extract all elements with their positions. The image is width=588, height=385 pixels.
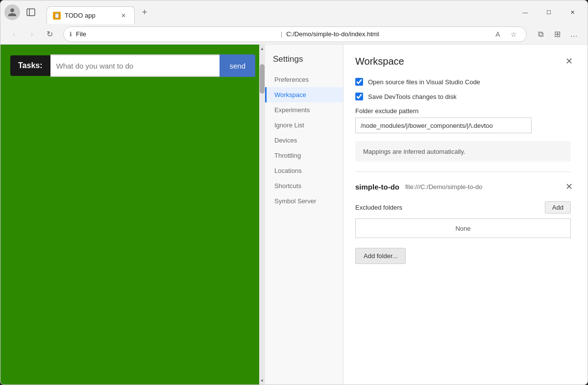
excluded-folders-label: Excluded folders: [355, 204, 402, 211]
scroll-up-button[interactable]: ▲: [259, 46, 265, 51]
forward-button: ›: [24, 26, 40, 42]
title-bar: 📋 TODO app ✕ + — ☐ ✕: [0, 0, 588, 24]
tasks-label: Tasks:: [10, 55, 50, 76]
favorite-button[interactable]: ☆: [507, 27, 520, 41]
checkbox-row-2: Save DevTools changes to disk: [355, 93, 576, 100]
none-label: None: [455, 225, 470, 232]
svg-rect-0: [27, 9, 35, 16]
user-icon: [7, 7, 17, 17]
nav-bar: ‹ › ↻ ℹ File | C:/Demo/simple-to-do/inde…: [0, 24, 588, 45]
folder-exclude-input[interactable]: [355, 118, 532, 133]
active-tab[interactable]: 📋 TODO app ✕: [47, 6, 135, 24]
sidebar-item-locations[interactable]: Locations: [265, 163, 343, 178]
add-folder-button[interactable]: Add folder...: [355, 248, 406, 264]
address-bar[interactable]: ℹ File | C:/Demo/simple-to-do/index.html…: [63, 26, 527, 42]
sidebar-item-preferences[interactable]: Preferences: [265, 72, 343, 87]
project-name: simple-to-do: [355, 183, 399, 191]
checkbox-row-1: Open source files in Visual Studio Code: [355, 78, 576, 86]
tab-bar: 📋 TODO app ✕ +: [47, 3, 510, 21]
avatar: [4, 4, 20, 20]
tab-favicon: 📋: [53, 12, 61, 20]
settings-title: Settings: [265, 48, 343, 72]
minimize-button[interactable]: —: [514, 4, 537, 20]
workspace-close-button[interactable]: ✕: [562, 54, 576, 68]
settings-sidebar: Settings Preferences Workspace Experimen…: [265, 45, 343, 385]
info-icon: ℹ: [70, 31, 72, 38]
workspace-entry: simple-to-do file:///C:/Demo/simple-to-d…: [355, 180, 576, 193]
mappings-text: Mappings are inferred automatically.: [363, 148, 466, 155]
workspace-header: Workspace ✕: [355, 54, 576, 68]
browser-window: 📋 TODO app ✕ + — ☐ ✕ ‹ › ↻ ℹ File | C:/D…: [0, 0, 588, 385]
sidebar-toggle-button[interactable]: [23, 4, 39, 20]
sidebar-item-throttling[interactable]: Throttling: [265, 148, 343, 163]
excluded-folders-row: Excluded folders Add: [355, 201, 571, 214]
close-button[interactable]: ✕: [561, 4, 584, 20]
mappings-info-box: Mappings are inferred automatically.: [355, 141, 571, 162]
address-actions: A ☆: [491, 27, 520, 41]
sidebar-item-ignore-list[interactable]: Ignore List: [265, 118, 343, 133]
window-controls: — ☐ ✕: [514, 4, 584, 20]
nav-right-buttons: ⧉ ⊞ …: [533, 26, 582, 42]
read-aloud-button[interactable]: A: [491, 27, 505, 41]
sidebar-item-workspace[interactable]: Workspace: [265, 87, 343, 102]
address-prefix: File: [76, 30, 277, 38]
title-bar-controls: [4, 4, 39, 20]
workspace-panel: Workspace ✕ Open source files in Visual …: [343, 45, 588, 385]
save-devtools-changes-checkbox[interactable]: [355, 93, 363, 100]
save-devtools-changes-label: Save DevTools changes to disk: [368, 93, 457, 100]
refresh-button[interactable]: ↻: [42, 26, 57, 42]
tab-close-button[interactable]: ✕: [119, 11, 128, 21]
sidebar-item-experiments[interactable]: Experiments: [265, 102, 343, 118]
split-screen-button[interactable]: ⧉: [533, 26, 548, 42]
add-excluded-folder-button[interactable]: Add: [545, 201, 571, 214]
send-button[interactable]: send: [220, 54, 255, 77]
todo-input[interactable]: [50, 54, 220, 77]
sidebar-item-symbol-server[interactable]: Symbol Server: [265, 193, 343, 209]
divider: [355, 171, 571, 172]
folder-exclude-section: Folder exclude pattern: [355, 107, 576, 133]
new-tab-button[interactable]: +: [137, 4, 152, 20]
todo-app: Tasks: send: [0, 45, 265, 87]
content-area: Tasks: send ▲ ▼ Settings Preferences Wor…: [0, 45, 588, 385]
project-path: file:///C:/Demo/simple-to-do: [405, 183, 483, 191]
address-separator: |: [281, 30, 282, 38]
tab-title: TODO app: [65, 12, 115, 19]
remove-workspace-button[interactable]: ✕: [562, 180, 576, 193]
collections-button[interactable]: ⊞: [549, 26, 565, 42]
sidebar-icon: [26, 8, 35, 17]
open-source-files-label: Open source files in Visual Studio Code: [368, 78, 480, 86]
sidebar-item-shortcuts[interactable]: Shortcuts: [265, 178, 343, 193]
scrollbar-thumb[interactable]: [260, 64, 265, 94]
workspace-title: Workspace: [355, 56, 404, 67]
todo-form: Tasks: send: [10, 54, 255, 77]
devtools-panel: Settings Preferences Workspace Experimen…: [265, 45, 588, 385]
back-button: ‹: [6, 26, 22, 42]
more-button[interactable]: …: [566, 26, 582, 42]
scroll-down-button[interactable]: ▼: [259, 378, 265, 384]
open-source-files-checkbox[interactable]: [355, 78, 363, 86]
address-text: C:/Demo/simple-to-do/index.html: [286, 30, 487, 38]
maximize-button[interactable]: ☐: [538, 4, 560, 20]
none-box: None: [355, 218, 571, 238]
folder-exclude-label: Folder exclude pattern: [355, 107, 576, 115]
webpage: Tasks: send ▲ ▼: [0, 45, 265, 385]
sidebar-item-devices[interactable]: Devices: [265, 133, 343, 148]
scrollbar[interactable]: ▲ ▼: [259, 45, 265, 385]
